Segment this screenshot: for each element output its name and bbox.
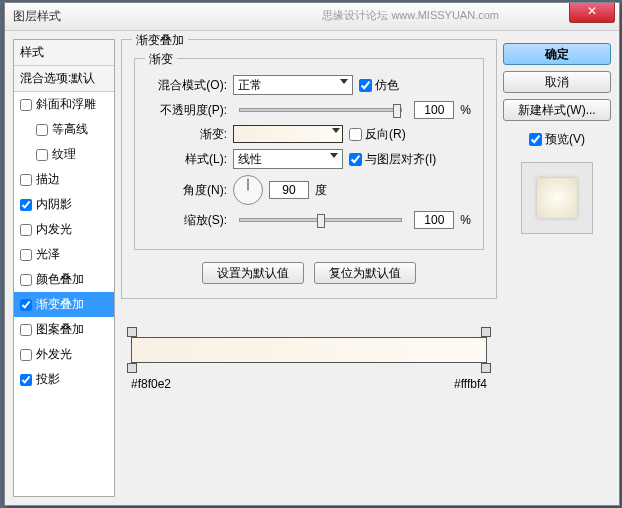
- style-item[interactable]: 渐变叠加: [14, 292, 114, 317]
- styles-header[interactable]: 样式: [14, 40, 114, 66]
- angle-hand: [248, 179, 249, 191]
- style-checkbox[interactable]: [20, 274, 32, 286]
- style-select[interactable]: 线性: [233, 149, 343, 169]
- style-item[interactable]: 投影: [14, 367, 114, 392]
- style-label: 渐变叠加: [36, 296, 84, 313]
- angle-input[interactable]: [269, 181, 309, 199]
- action-buttons: 确定 取消 新建样式(W)... 预览(V): [503, 39, 611, 497]
- set-default-button[interactable]: 设置为默认值: [202, 262, 304, 284]
- blend-mode-label: 混合模式(O):: [147, 77, 227, 94]
- chevron-down-icon: [340, 79, 348, 84]
- reverse-checkbox[interactable]: 反向(R): [349, 126, 406, 143]
- style-checkbox[interactable]: [36, 149, 48, 161]
- style-checkbox[interactable]: [20, 374, 32, 386]
- opacity-row: 不透明度(P): %: [147, 101, 471, 119]
- close-icon: ✕: [587, 4, 597, 18]
- new-style-button[interactable]: 新建样式(W)...: [503, 99, 611, 121]
- chevron-down-icon: [332, 128, 340, 133]
- gradient-bar-wrap[interactable]: [121, 329, 497, 371]
- opacity-label: 不透明度(P):: [147, 102, 227, 119]
- watermark: 思缘设计论坛 www.MISSYUAN.com: [322, 8, 499, 23]
- gradient-picker[interactable]: [233, 125, 343, 143]
- style-checkbox[interactable]: [20, 249, 32, 261]
- style-item[interactable]: 颜色叠加: [14, 267, 114, 292]
- fieldset-title: 渐变叠加: [132, 32, 188, 49]
- style-label: 样式(L):: [147, 151, 227, 168]
- style-label: 等高线: [52, 121, 88, 138]
- blend-options-item[interactable]: 混合选项:默认: [14, 66, 114, 92]
- gradient-labels: #f8f0e2 #fffbf4: [121, 371, 497, 391]
- style-checkbox[interactable]: [20, 324, 32, 336]
- ok-button[interactable]: 确定: [503, 43, 611, 65]
- style-label: 颜色叠加: [36, 271, 84, 288]
- style-label: 纹理: [52, 146, 76, 163]
- scale-row: 缩放(S): %: [147, 211, 471, 229]
- gradient-section: 渐变 混合模式(O): 正常 仿色 不透明度(P):: [134, 58, 484, 250]
- style-checkbox[interactable]: [20, 199, 32, 211]
- scale-slider[interactable]: [239, 218, 402, 222]
- style-checkbox[interactable]: [20, 224, 32, 236]
- style-label: 斜面和浮雕: [36, 96, 96, 113]
- preview-checkbox[interactable]: 预览(V): [503, 131, 611, 148]
- blend-mode-row: 混合模式(O): 正常 仿色: [147, 75, 471, 95]
- style-item[interactable]: 斜面和浮雕: [14, 92, 114, 117]
- style-item[interactable]: 图案叠加: [14, 317, 114, 342]
- slider-thumb[interactable]: [393, 104, 401, 118]
- style-row: 样式(L): 线性 与图层对齐(I): [147, 149, 471, 169]
- angle-dial[interactable]: [233, 175, 263, 205]
- dither-checkbox[interactable]: 仿色: [359, 77, 399, 94]
- opacity-slider[interactable]: [239, 108, 402, 112]
- right-color-label: #fffbf4: [454, 377, 487, 391]
- style-checkbox[interactable]: [20, 99, 32, 111]
- style-label: 光泽: [36, 246, 60, 263]
- section-title: 渐变: [145, 51, 177, 68]
- gradient-bar[interactable]: [131, 337, 487, 363]
- cancel-button[interactable]: 取消: [503, 71, 611, 93]
- style-label: 投影: [36, 371, 60, 388]
- reset-default-button[interactable]: 复位为默认值: [314, 262, 416, 284]
- default-buttons: 设置为默认值 复位为默认值: [134, 262, 484, 284]
- style-item[interactable]: 描边: [14, 167, 114, 192]
- style-label: 描边: [36, 171, 60, 188]
- chevron-down-icon: [330, 153, 338, 158]
- style-item[interactable]: 光泽: [14, 242, 114, 267]
- style-item[interactable]: 纹理: [14, 142, 114, 167]
- preview-thumbnail: [521, 162, 593, 234]
- scale-input[interactable]: [414, 211, 454, 229]
- window-title: 图层样式: [13, 8, 61, 25]
- left-color-label: #f8f0e2: [131, 377, 171, 391]
- layer-style-dialog: 图层样式 思缘设计论坛 www.MISSYUAN.com ✕ 样式 混合选项:默…: [4, 2, 620, 506]
- angle-row: 角度(N): 度: [147, 175, 471, 205]
- blend-mode-select[interactable]: 正常: [233, 75, 353, 95]
- slider-thumb[interactable]: [317, 214, 325, 228]
- style-checkbox[interactable]: [20, 299, 32, 311]
- settings-panel: 渐变叠加 渐变 混合模式(O): 正常 仿色 不透明度: [121, 39, 497, 497]
- style-label: 图案叠加: [36, 321, 84, 338]
- dialog-body: 样式 混合选项:默认 斜面和浮雕等高线纹理描边内阴影内发光光泽颜色叠加渐变叠加图…: [5, 31, 619, 505]
- gradient-overlay-fieldset: 渐变叠加 渐变 混合模式(O): 正常 仿色 不透明度: [121, 39, 497, 299]
- style-item[interactable]: 内发光: [14, 217, 114, 242]
- style-label: 内发光: [36, 221, 72, 238]
- style-checkbox[interactable]: [20, 349, 32, 361]
- close-button[interactable]: ✕: [569, 3, 615, 23]
- gradient-editor: #f8f0e2 #fffbf4: [121, 329, 497, 391]
- style-checkbox[interactable]: [20, 174, 32, 186]
- styles-list: 样式 混合选项:默认 斜面和浮雕等高线纹理描边内阴影内发光光泽颜色叠加渐变叠加图…: [13, 39, 115, 497]
- style-label: 外发光: [36, 346, 72, 363]
- style-label: 内阴影: [36, 196, 72, 213]
- align-checkbox[interactable]: 与图层对齐(I): [349, 151, 436, 168]
- gradient-row: 渐变: 反向(R): [147, 125, 471, 143]
- titlebar[interactable]: 图层样式 思缘设计论坛 www.MISSYUAN.com ✕: [5, 3, 619, 31]
- gradient-label: 渐变:: [147, 126, 227, 143]
- opacity-stop-right[interactable]: [481, 327, 491, 337]
- color-stop-right[interactable]: [481, 363, 491, 373]
- style-checkbox[interactable]: [36, 124, 48, 136]
- style-item[interactable]: 外发光: [14, 342, 114, 367]
- style-item[interactable]: 等高线: [14, 117, 114, 142]
- opacity-stop-left[interactable]: [127, 327, 137, 337]
- preview-swatch: [537, 178, 577, 218]
- style-item[interactable]: 内阴影: [14, 192, 114, 217]
- color-stop-left[interactable]: [127, 363, 137, 373]
- angle-label: 角度(N):: [147, 182, 227, 199]
- opacity-input[interactable]: [414, 101, 454, 119]
